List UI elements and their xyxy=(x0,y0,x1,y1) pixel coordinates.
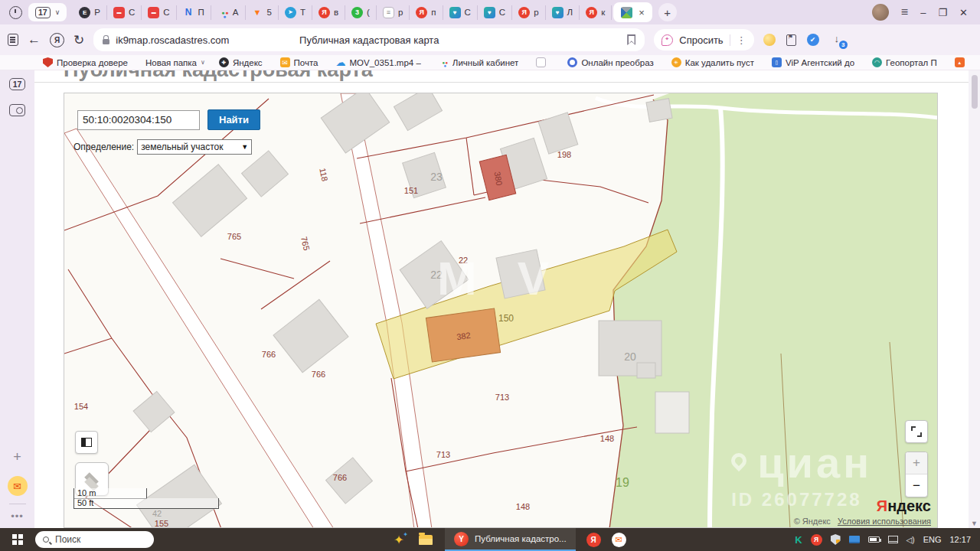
parcel-label: 765 xyxy=(227,232,241,241)
browser-tab[interactable]: С xyxy=(107,5,142,20)
page-content: Публичная кадастровая карта xyxy=(34,70,980,528)
add-panel-icon[interactable]: + xyxy=(13,449,21,465)
new-tab-button[interactable]: + xyxy=(658,3,677,21)
tab-counter[interactable]: 17 ∨ xyxy=(28,3,67,21)
browser-tab[interactable]: С xyxy=(443,5,478,20)
cadastre-number-input[interactable] xyxy=(77,110,200,130)
map-canvas[interactable]: 118 151 23 380 198 765 765 22 22 150 382… xyxy=(64,93,938,528)
copilot-icon[interactable]: ✦✦ xyxy=(390,533,408,547)
house-number: 42 xyxy=(152,509,162,518)
close-window-button[interactable]: ✕ xyxy=(959,7,968,18)
scrollbar-thumb[interactable] xyxy=(972,75,978,109)
history-clock-icon[interactable] xyxy=(9,6,22,19)
bookmark-favicon xyxy=(955,57,965,67)
bookmark-favicon xyxy=(772,57,782,67)
browser-tab[interactable]: С xyxy=(478,5,512,20)
object-type-select[interactable]: земельный участок ▼ xyxy=(137,139,252,155)
minimize-button[interactable]: – xyxy=(920,7,926,18)
cadastral-map[interactable]: 118 151 23 380 198 765 765 22 22 150 382… xyxy=(64,93,938,528)
cadastre-site-favicon xyxy=(621,7,632,18)
taskbar-search[interactable]: Поиск xyxy=(35,531,154,548)
tab-title: С xyxy=(129,8,135,17)
ask-ai-button[interactable]: Спросить ⋮ xyxy=(654,29,753,51)
parcel-label: 19 xyxy=(616,476,629,489)
profile-avatar[interactable] xyxy=(872,4,889,21)
browser-tab[interactable]: р xyxy=(377,5,410,20)
browser-tab[interactable]: С xyxy=(142,5,176,20)
fullscreen-button[interactable] xyxy=(905,420,928,443)
browser-tab[interactable]: к xyxy=(580,5,612,20)
security-shield-icon[interactable] xyxy=(831,534,841,545)
browser-tab[interactable]: Т xyxy=(279,5,312,20)
active-tab[interactable]: × xyxy=(613,2,652,22)
downloads-icon[interactable]: ↓ 3 xyxy=(830,33,844,47)
bookmark-item[interactable]: Личный кабинет xyxy=(439,57,523,67)
zoom-out-button[interactable]: − xyxy=(906,474,927,497)
tab-title: р xyxy=(534,8,538,17)
bookmark-item[interactable]: Проверка довере xyxy=(43,57,132,67)
bookmark-item[interactable]: Яндекс xyxy=(219,57,266,67)
battery-icon[interactable] xyxy=(868,536,880,543)
yandex-mail-icon[interactable] xyxy=(8,476,28,496)
close-tab-icon[interactable]: × xyxy=(639,8,645,18)
yandex-app-icon[interactable]: Я xyxy=(586,533,601,547)
display-tray-icon[interactable] xyxy=(849,536,860,543)
sidebar-more-icon[interactable]: ••• xyxy=(11,510,24,522)
terms-link[interactable]: Условия использования xyxy=(838,517,931,526)
back-button[interactable]: ← xyxy=(28,32,41,47)
yandex-logo: Яндекс xyxy=(877,497,931,515)
browser-tab[interactable]: Л xyxy=(546,5,580,20)
protect-check-icon[interactable]: ✔ xyxy=(807,34,819,46)
page-scrollbar[interactable]: ▼ xyxy=(969,70,980,528)
sidebar-tab-counter[interactable]: 17 xyxy=(9,78,26,90)
extension-icon[interactable] xyxy=(763,34,776,46)
tab-favicon xyxy=(79,7,90,18)
tab-title: р xyxy=(398,8,403,17)
house-number: 23 xyxy=(430,171,443,183)
refresh-icon[interactable]: ↻ xyxy=(74,32,84,48)
find-button[interactable]: Найти xyxy=(207,109,260,130)
browser-tab[interactable]: П xyxy=(177,5,211,20)
maximize-button[interactable]: ❐ xyxy=(938,7,947,18)
browser-tab[interactable]: Р xyxy=(73,5,107,20)
bookmark-item[interactable]: Новая папка ∨ xyxy=(145,58,205,67)
network-icon[interactable] xyxy=(888,536,898,543)
start-button[interactable] xyxy=(0,534,35,545)
more-options-icon[interactable]: ⋮ xyxy=(730,34,746,46)
bookmark-item[interactable]: Онлайн преобраз xyxy=(567,57,657,67)
browser-tab[interactable]: р xyxy=(512,5,545,20)
language-indicator[interactable]: ENG xyxy=(923,535,942,544)
browser-tab[interactable]: А xyxy=(211,5,246,20)
bookmark-item[interactable] xyxy=(536,57,554,67)
browser-tab[interactable]: п xyxy=(410,5,443,20)
scrollbar-down-arrow[interactable]: ▼ xyxy=(969,520,980,527)
browser-menu-icon[interactable]: ≡ xyxy=(901,5,908,19)
bookmark-item[interactable]: ViP Агентский до xyxy=(772,57,858,67)
tab-title: ( xyxy=(367,8,370,17)
yandex-tray-icon[interactable]: Я xyxy=(811,534,822,546)
clock-time[interactable]: 12:17 xyxy=(949,535,971,544)
bookmark-item[interactable]: Как удалить пуст xyxy=(671,57,758,67)
site-heading: Публичная кадастровая карта xyxy=(64,70,373,82)
zoom-in-button[interactable]: + xyxy=(906,452,927,474)
browser-tab[interactable]: 5 xyxy=(246,5,279,20)
browser-tab[interactable]: ( xyxy=(345,5,377,20)
bookmark-item[interactable]: Почта xyxy=(280,57,322,67)
yandex-home-icon[interactable]: Я xyxy=(50,33,64,47)
add-bookmark-icon[interactable] xyxy=(627,34,635,45)
bookmark-item[interactable]: MOV_0351.mp4 – xyxy=(336,57,425,67)
bookmark-item[interactable]: Геопортал П xyxy=(872,57,941,67)
mail-app-icon[interactable] xyxy=(612,533,626,547)
browser-tab[interactable]: в xyxy=(312,5,345,20)
parcel-label: 155 xyxy=(155,519,168,528)
address-bar[interactable]: ik9map.roscadastres.com Публичная кадаст… xyxy=(93,28,645,51)
sidebar-toggle-icon[interactable] xyxy=(8,34,18,46)
screenshot-icon[interactable] xyxy=(9,104,25,116)
kaspersky-tray-icon[interactable]: K xyxy=(795,534,802,546)
overview-map-button[interactable] xyxy=(75,431,98,454)
speaker-icon[interactable]: ◁) xyxy=(906,536,915,544)
bookmark-item[interactable] xyxy=(955,57,972,67)
collections-icon[interactable] xyxy=(786,34,796,46)
file-explorer-icon[interactable] xyxy=(419,535,433,545)
active-task-button[interactable]: Y Публичная кадастро... xyxy=(445,528,576,551)
